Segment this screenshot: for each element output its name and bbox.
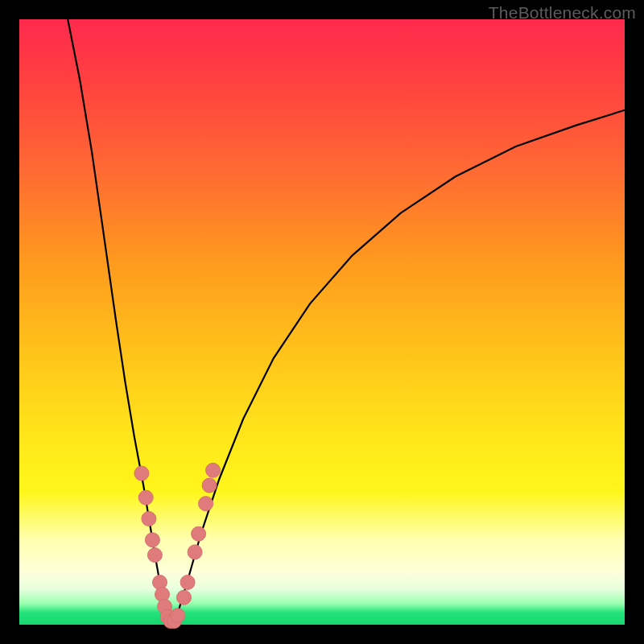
marker-dot	[134, 466, 149, 481]
marker-dot	[145, 533, 159, 547]
marker-dot	[206, 463, 221, 477]
marker-group	[134, 463, 221, 628]
marker-dot	[188, 545, 202, 559]
marker-dot	[199, 497, 213, 511]
marker-dot	[180, 575, 195, 589]
marker-dot	[171, 609, 185, 623]
plot-area	[19, 19, 625, 625]
marker-dot	[202, 478, 217, 493]
marker-dot	[142, 511, 156, 526]
marker-dot	[138, 490, 153, 505]
curve-right	[175, 110, 625, 625]
marker-dot	[177, 590, 192, 605]
marker-dot	[147, 548, 162, 563]
chart-svg	[19, 19, 625, 625]
chart-frame: TheBottleneck.com	[0, 0, 644, 644]
watermark-text: TheBottleneck.com	[489, 3, 636, 23]
marker-dot	[192, 526, 206, 541]
